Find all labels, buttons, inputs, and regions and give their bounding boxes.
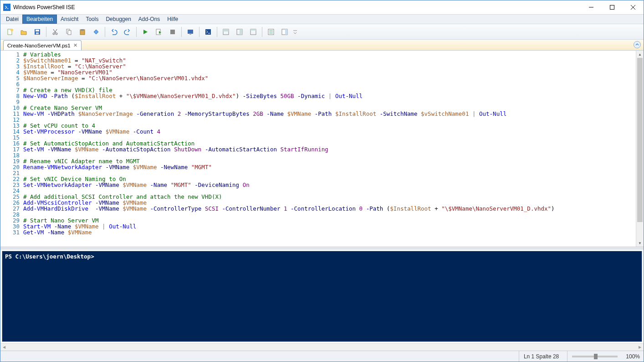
- run-selection-icon[interactable]: [153, 26, 165, 38]
- copy-icon[interactable]: [63, 26, 75, 38]
- console-pane[interactable]: PS C:\Users\joern\Desktop>: [2, 251, 642, 342]
- svg-point-10: [53, 33, 55, 35]
- toolbar-overflow-icon[interactable]: [292, 26, 298, 38]
- menu-addons[interactable]: Add-Ons: [135, 15, 164, 24]
- toggle-script-pane-icon[interactable]: [634, 41, 641, 48]
- line-number-gutter: 1234567891011121314151617181920212223242…: [0, 51, 23, 247]
- maximize-button[interactable]: [602, 0, 623, 14]
- cut-icon[interactable]: [49, 26, 61, 38]
- show-command-icon[interactable]: [265, 26, 277, 38]
- show-command-addon-icon[interactable]: [279, 26, 291, 38]
- status-zoom: 100%: [626, 353, 640, 360]
- layout-script-right-icon[interactable]: [234, 26, 245, 38]
- open-file-icon[interactable]: [18, 26, 30, 38]
- powershell-tab-icon[interactable]: [202, 26, 214, 38]
- svg-point-11: [56, 33, 57, 35]
- svg-point-6: [10, 29, 13, 31]
- svg-rect-2: [610, 5, 614, 10]
- menu-debug[interactable]: Debuggen: [102, 15, 134, 24]
- minimize-button[interactable]: [581, 0, 602, 14]
- menu-file[interactable]: Datei: [2, 15, 22, 24]
- horizontal-scrollbar[interactable]: ◀▶: [0, 343, 644, 351]
- menu-help[interactable]: Hilfe: [164, 15, 182, 24]
- svg-rect-26: [250, 29, 256, 31]
- svg-rect-32: [285, 29, 287, 35]
- status-position: Ln 1 Spalte 28: [519, 351, 559, 362]
- toolbar: [0, 24, 644, 40]
- window-controls: [581, 0, 644, 14]
- editor-vertical-scrollbar[interactable]: ▲▼: [636, 51, 644, 247]
- close-button[interactable]: [623, 0, 644, 14]
- app-icon: [3, 4, 10, 11]
- window-title: Windows PowerShell ISE: [13, 4, 581, 10]
- svg-rect-8: [36, 30, 39, 31]
- remote-icon[interactable]: [184, 26, 196, 38]
- paste-icon[interactable]: [77, 26, 88, 38]
- new-file-icon[interactable]: [4, 26, 16, 38]
- svg-rect-19: [189, 34, 191, 35]
- script-tab[interactable]: Create-NanoServerVM.ps1 ✕: [3, 40, 82, 50]
- status-bar: Ln 1 Spalte 28 100%: [0, 351, 644, 362]
- stop-icon[interactable]: [167, 26, 179, 38]
- zoom-slider[interactable]: [572, 356, 618, 357]
- run-script-icon[interactable]: [139, 26, 151, 38]
- title-bar: Windows PowerShell ISE: [0, 0, 644, 14]
- layout-script-max-icon[interactable]: [247, 26, 259, 38]
- layout-script-top-icon[interactable]: [220, 26, 232, 38]
- svg-rect-9: [36, 32, 39, 34]
- zoom-control[interactable]: [567, 351, 618, 362]
- clear-icon[interactable]: [90, 26, 102, 38]
- menu-edit[interactable]: Bearbeiten: [22, 15, 57, 24]
- pane-splitter[interactable]: [0, 247, 644, 249]
- menu-bar: Datei Bearbeiten Ansicht Tools Debuggen …: [0, 14, 644, 24]
- svg-rect-22: [223, 29, 229, 31]
- svg-rect-20: [205, 29, 211, 35]
- console-prompt: PS C:\Users\joern\Desktop>: [5, 253, 94, 260]
- svg-rect-17: [170, 30, 175, 34]
- code-content[interactable]: # Variables$vSwitchName01 = "NAT_vSwitch…: [23, 51, 644, 247]
- menu-tools[interactable]: Tools: [82, 15, 102, 24]
- tab-filename: Create-NanoServerVM.ps1: [7, 43, 71, 48]
- tab-strip: Create-NanoServerVM.ps1 ✕: [0, 40, 644, 51]
- menu-view[interactable]: Ansicht: [57, 15, 82, 24]
- script-editor[interactable]: 1234567891011121314151617181920212223242…: [0, 51, 644, 247]
- svg-rect-24: [240, 29, 242, 35]
- svg-rect-18: [188, 30, 193, 34]
- tab-close-icon[interactable]: ✕: [73, 42, 77, 48]
- svg-rect-15: [81, 29, 84, 31]
- redo-icon[interactable]: [122, 26, 133, 38]
- save-file-icon[interactable]: [31, 26, 43, 38]
- svg-rect-13: [68, 31, 71, 35]
- undo-icon[interactable]: [108, 26, 120, 38]
